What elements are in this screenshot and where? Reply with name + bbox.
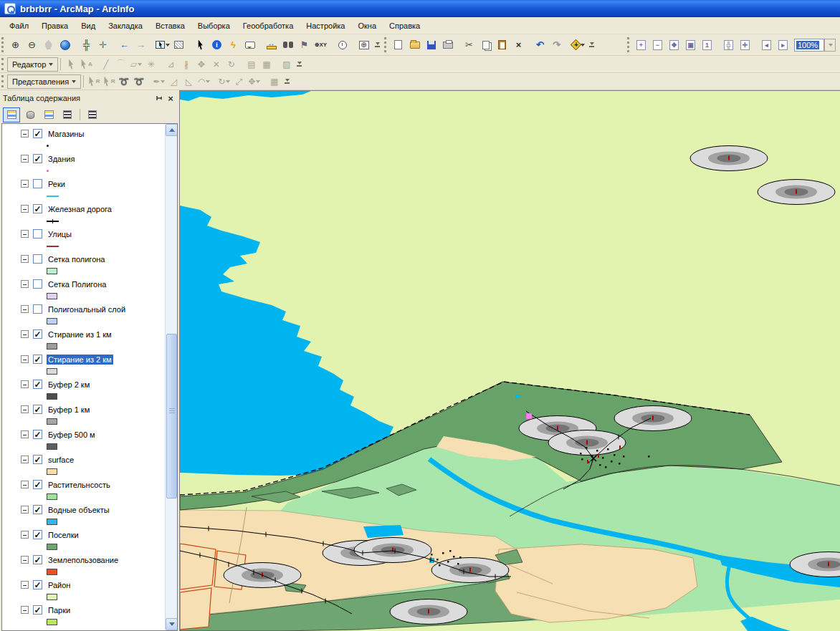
layer-name[interactable]: Реки bbox=[47, 179, 67, 189]
fixed-zoom-out-page-button[interactable]: ✛ bbox=[737, 37, 753, 53]
zoom-level-combo[interactable]: 100% bbox=[794, 39, 836, 52]
collapse-icon[interactable] bbox=[21, 130, 29, 138]
layer-name[interactable]: Растительнсость bbox=[47, 480, 112, 490]
measure-button[interactable]: ↔ bbox=[263, 37, 280, 53]
menu-item-вставка[interactable]: Вставка bbox=[149, 19, 191, 32]
back-extent-button[interactable]: ◂ bbox=[758, 37, 775, 53]
pan-page-button[interactable]: ✥ bbox=[666, 37, 682, 53]
menu-item-правка[interactable]: Правка bbox=[35, 19, 75, 32]
lasso-select-alt-button[interactable]: ➰ bbox=[131, 74, 146, 89]
insert-vertex-button[interactable]: ✒ bbox=[151, 74, 166, 89]
layer-visibility-checkbox[interactable] bbox=[33, 304, 42, 314]
collapse-icon[interactable] bbox=[21, 405, 29, 413]
layer-name[interactable]: Сетка Полигона bbox=[47, 279, 108, 289]
lasso-select-button[interactable]: ➰ bbox=[116, 74, 131, 89]
layer-name[interactable]: surface bbox=[47, 455, 75, 465]
go-to-xy-button[interactable]: ⊕XY bbox=[312, 37, 329, 53]
attributes-button-button[interactable]: ▤ bbox=[244, 57, 259, 72]
menu-item-вид[interactable]: Вид bbox=[75, 19, 102, 32]
layer-symbol[interactable] bbox=[47, 145, 49, 147]
zoom-combo-arrow[interactable] bbox=[824, 39, 836, 52]
save-button[interactable] bbox=[423, 37, 439, 53]
scroll-up-button[interactable] bbox=[166, 124, 178, 136]
layer-visibility-checkbox[interactable]: ✓ bbox=[33, 204, 42, 213]
toolbar-options-icon[interactable] bbox=[589, 42, 594, 47]
identify-button[interactable]: i bbox=[209, 37, 225, 53]
layer-symbol[interactable] bbox=[47, 594, 57, 600]
layer-name[interactable]: Улицы bbox=[47, 229, 73, 239]
layer-visibility-checkbox[interactable]: ✓ bbox=[33, 455, 42, 464]
new-map-button[interactable] bbox=[390, 37, 406, 53]
html-popup-button[interactable] bbox=[242, 37, 258, 53]
menu-item-настройка[interactable]: Настройка bbox=[300, 19, 351, 32]
zoom-whole-page-button[interactable]: ▣ bbox=[682, 37, 699, 53]
fixed-zoom-in-button[interactable]: ╬ bbox=[78, 37, 95, 53]
clear-selection-button[interactable] bbox=[171, 37, 187, 53]
rotate-tool-button[interactable]: ↻ bbox=[224, 57, 239, 72]
select-rep-alt-button[interactable]: R bbox=[101, 74, 116, 89]
layer-symbol[interactable] bbox=[47, 569, 57, 575]
pan-button[interactable] bbox=[40, 37, 57, 53]
collapse-icon[interactable] bbox=[21, 481, 29, 488]
layer-name[interactable]: Железная дорога bbox=[47, 204, 113, 214]
collapse-icon[interactable] bbox=[21, 355, 29, 363]
sketch-properties-button[interactable]: ▦ bbox=[259, 57, 274, 72]
collapse-icon[interactable] bbox=[21, 380, 29, 388]
edit-tool-button[interactable] bbox=[63, 57, 78, 72]
toolbar-grip[interactable] bbox=[1, 75, 5, 87]
toolbar-options-icon[interactable] bbox=[297, 62, 302, 67]
layer-name[interactable]: Магазины bbox=[47, 129, 85, 139]
collapse-icon[interactable] bbox=[21, 255, 29, 263]
layer-symbol[interactable] bbox=[47, 418, 57, 425]
point-tool-button[interactable]: ✳ bbox=[143, 57, 158, 72]
layer-name[interactable]: Поселки bbox=[47, 530, 80, 540]
forward-extent-button[interactable]: ▸ bbox=[775, 37, 791, 53]
layer-symbol[interactable] bbox=[47, 443, 57, 450]
layer-symbol[interactable] bbox=[47, 221, 59, 222]
layer-name[interactable]: Водные объекты bbox=[47, 505, 111, 515]
list-by-drawing-order-button[interactable] bbox=[3, 107, 20, 122]
layer-symbol[interactable] bbox=[47, 196, 59, 197]
paste-button[interactable] bbox=[494, 37, 510, 53]
zoom-in-page-button[interactable]: + bbox=[633, 37, 649, 53]
find-button[interactable] bbox=[280, 37, 296, 53]
map-view[interactable] bbox=[179, 90, 840, 631]
split-tool-button[interactable]: ✕ bbox=[209, 57, 224, 72]
fixed-zoom-out-button[interactable]: ✛ bbox=[95, 37, 111, 53]
zoom-100-button[interactable]: 1 bbox=[699, 37, 715, 53]
menu-item-файл[interactable]: Файл bbox=[3, 19, 35, 32]
layer-name[interactable]: Буфер 2 км bbox=[47, 380, 91, 390]
zoom-out-page-button[interactable]: − bbox=[649, 37, 666, 53]
arc-tool-button[interactable]: ⌒ bbox=[113, 57, 128, 72]
collapse-icon[interactable] bbox=[21, 180, 29, 188]
direct-select-b-button[interactable]: ◺ bbox=[181, 74, 196, 89]
layer-symbol[interactable] bbox=[47, 393, 57, 400]
collapse-icon[interactable] bbox=[21, 581, 29, 589]
zoom-out-button[interactable]: ⊖ bbox=[24, 37, 40, 53]
move-tool-button[interactable]: ✥ bbox=[194, 57, 209, 72]
menu-item-выборка[interactable]: Выборка bbox=[191, 19, 237, 32]
toolbar-grip[interactable] bbox=[1, 58, 5, 69]
scroll-down-button[interactable] bbox=[166, 618, 178, 630]
layer-visibility-checkbox[interactable]: ✓ bbox=[33, 405, 42, 414]
toolbar-grip[interactable] bbox=[384, 37, 388, 52]
layer-name[interactable]: Район bbox=[47, 580, 72, 590]
layer-visibility-checkbox[interactable]: ✓ bbox=[33, 129, 42, 138]
layer-visibility-checkbox[interactable]: ✓ bbox=[33, 555, 42, 564]
layer-visibility-checkbox[interactable]: ✓ bbox=[33, 430, 42, 439]
toolbar-grip[interactable] bbox=[1, 37, 5, 52]
layer-name[interactable]: Буфер 500 м bbox=[47, 430, 97, 440]
erase-tool-button[interactable]: ◠ bbox=[196, 74, 211, 89]
print-button[interactable] bbox=[439, 37, 456, 53]
layer-symbol[interactable] bbox=[47, 619, 57, 625]
collapse-icon[interactable] bbox=[21, 330, 29, 338]
layer-visibility-checkbox[interactable] bbox=[33, 179, 42, 188]
layer-symbol[interactable] bbox=[47, 343, 57, 350]
layer-visibility-checkbox[interactable]: ✓ bbox=[33, 505, 42, 514]
go-back-button[interactable]: ← bbox=[116, 37, 133, 53]
collapse-icon[interactable] bbox=[21, 205, 29, 213]
layer-visibility-checkbox[interactable]: ✓ bbox=[33, 605, 42, 615]
collapse-icon[interactable] bbox=[21, 506, 29, 514]
layer-symbol[interactable] bbox=[47, 246, 59, 247]
collapse-icon[interactable] bbox=[21, 606, 29, 614]
